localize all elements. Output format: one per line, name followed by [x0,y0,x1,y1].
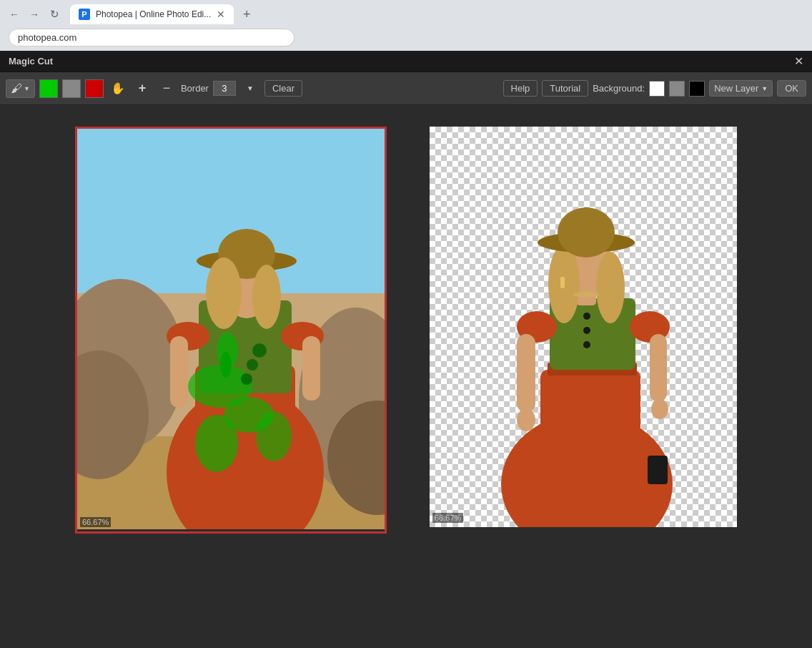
svg-point-44 [596,252,625,323]
svg-point-26 [241,373,252,385]
hand-icon: ✋ [111,82,125,95]
address-bar-container [0,24,812,51]
zoom-in-button[interactable]: + [132,79,152,99]
zoom-out-button[interactable]: − [157,79,177,99]
svg-point-32 [583,313,590,320]
zoom-out-icon: − [163,81,171,96]
address-input[interactable] [9,29,294,46]
background-white-swatch[interactable] [649,81,665,97]
new-layer-label: New Layer [714,83,758,94]
title-bar: Magic Cut ✕ [0,51,812,72]
svg-rect-18 [302,336,320,401]
svg-point-25 [247,359,258,370]
svg-point-21 [195,415,238,472]
red-color-swatch[interactable] [85,79,104,98]
svg-point-33 [583,327,590,334]
svg-point-39 [517,408,535,431]
app-window: Magic Cut ✕ 🖌 ▼ ✋ + − Border ▼ [0,51,812,630]
svg-point-34 [583,341,590,348]
svg-rect-37 [517,334,535,413]
browser-window: ← → ↻ P Photopea | Online Photo Edi... ✕… [0,0,812,51]
brush-dropdown-arrow: ▼ [24,85,30,92]
border-label: Border [181,83,209,94]
ok-button[interactable]: OK [777,80,806,97]
svg-point-22 [256,411,292,461]
new-tab-button[interactable]: + [237,4,257,24]
dialog-title: Magic Cut [9,56,53,67]
border-dropdown-button[interactable]: ▼ [240,79,260,99]
svg-rect-29 [540,370,640,506]
background-black-swatch[interactable] [689,81,705,97]
svg-point-24 [252,343,267,358]
border-dropdown-icon: ▼ [247,84,254,92]
left-canvas-image [77,129,385,529]
right-zoom-label: 66.67% [432,513,463,523]
brush-icon: 🖌 [11,82,22,95]
left-zoom-label: 66.67% [80,517,111,527]
background-label: Background: [593,83,645,94]
right-image-panel: 66.67% [430,127,737,527]
svg-rect-49 [648,456,668,484]
svg-rect-17 [170,336,188,408]
hand-tool-button[interactable]: ✋ [108,79,128,99]
close-button[interactable]: ✕ [794,54,803,68]
tab-bar: ← → ↻ P Photopea | Online Photo Edi... ✕… [0,0,812,24]
background-gray-swatch[interactable] [669,81,685,97]
svg-point-27 [220,352,232,378]
tab-label: Photopea | Online Photo Edi... [96,9,211,19]
left-canvas-frame[interactable]: 66.67% [75,127,387,534]
tutorial-button[interactable]: Tutorial [542,80,588,97]
clear-button[interactable]: Clear [264,80,302,97]
svg-point-16 [252,265,281,329]
help-button[interactable]: Help [503,80,538,97]
green-color-swatch[interactable] [39,79,58,98]
svg-rect-48 [560,277,565,288]
left-image-panel: 66.67% [75,127,387,534]
svg-point-40 [651,399,668,419]
border-input[interactable] [213,81,236,96]
zoom-in-icon: + [139,81,147,96]
svg-point-46 [558,207,615,257]
new-layer-dropdown-arrow: ▼ [761,85,768,92]
tab-favicon: P [79,9,90,20]
right-canvas-frame: 66.67% [430,127,737,527]
svg-rect-38 [650,334,667,402]
svg-point-47 [573,292,599,298]
new-layer-dropdown[interactable]: New Layer ▼ [709,80,773,97]
brush-tool-button[interactable]: 🖌 ▼ [6,79,35,98]
back-button[interactable]: ← [6,6,23,23]
gray-color-swatch[interactable] [62,79,81,98]
tab-close-button[interactable]: ✕ [217,9,225,20]
refresh-button[interactable]: ↻ [46,6,63,23]
svg-point-15 [206,257,242,329]
right-canvas-image [430,127,737,527]
canvas-area: 66.67% [0,105,812,630]
toolbar: 🖌 ▼ ✋ + − Border ▼ Clear Help Tuto [0,72,812,105]
browser-tab[interactable]: P Photopea | Online Photo Edi... ✕ [70,4,234,24]
forward-button[interactable]: → [26,6,43,23]
